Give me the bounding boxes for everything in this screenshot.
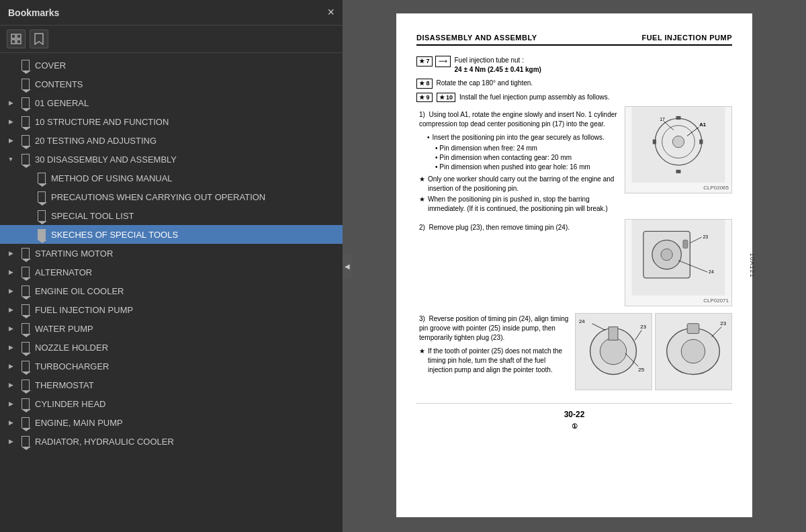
expand-btn-alternator[interactable] xyxy=(5,267,16,277)
svg-rect-2 xyxy=(11,40,15,44)
bookmark-item-fuel-injection-pump[interactable]: FUEL INJECTION PUMP xyxy=(0,300,343,319)
bookmark-item-radiator[interactable]: RADIATOR, HYDRAULIC COOLER xyxy=(0,432,343,451)
bookmark-item-precautions[interactable]: ▶ PRECAUTIONS WHEN CARRYING OUT OPERATIO… xyxy=(0,187,343,206)
bookmark-item-cover[interactable]: ▶ COVER xyxy=(0,56,343,75)
expand-btn-engine-oil-cooler[interactable] xyxy=(5,285,16,296)
expand-btn-30-disassembly[interactable] xyxy=(5,154,16,165)
bookmark-item-sketches[interactable]: ▶ SKECHES OF SPECIAL TOOLS xyxy=(0,225,343,244)
page-paper: 10A121 DISASSEMBLY AND ASSEMBLY FUEL INJ… xyxy=(396,13,752,517)
svg-rect-9 xyxy=(676,170,681,173)
sidebar-header: Bookmarks FUEL INJECTION PUMP × xyxy=(0,0,343,26)
svg-text:25: 25 xyxy=(638,367,644,373)
bookmark-label-starting-motor: STARTING MOTOR xyxy=(35,249,113,259)
bookmark-label-sketches: SKECHES OF SPECIAL TOOLS xyxy=(51,230,178,240)
page-circle: ① xyxy=(572,423,578,430)
doc-image-3: 24 25 23 CLP02072 xyxy=(575,313,652,390)
svg-rect-3 xyxy=(17,40,21,44)
svg-rect-8 xyxy=(676,116,681,120)
close-icon[interactable]: × xyxy=(327,5,334,19)
expand-btn-01-general[interactable] xyxy=(5,97,16,108)
svg-rect-11 xyxy=(653,140,656,144)
step-7-text: Fuel injection tube nut : 24 ± 4 Nm (2.4… xyxy=(455,56,541,75)
bookmark-item-engine-main-pump[interactable]: ENGINE, MAIN PUMP xyxy=(0,413,343,432)
svg-text:24: 24 xyxy=(579,318,585,324)
bookmark-icon-special-tool-list xyxy=(36,210,47,222)
bookmark-label-nozzle-holder: NOZZLE HOLDER xyxy=(35,343,108,353)
bookmark-item-30-disassembly[interactable]: 30 DISASSEMBLY AND ASSEMBLY xyxy=(0,150,343,169)
bookmark-tag-button[interactable] xyxy=(30,30,48,48)
bookmark-item-10-structure[interactable]: 10 STRUCTURE AND FUNCTION xyxy=(0,112,343,131)
expand-btn-radiator[interactable] xyxy=(5,436,16,447)
expand-btn-starting-motor[interactable] xyxy=(5,248,16,259)
bookmark-label-10-structure: 10 STRUCTURE AND FUNCTION xyxy=(35,117,169,127)
page-footer: 30-22 ① xyxy=(416,403,732,432)
svg-text:17: 17 xyxy=(660,117,665,122)
expand-btn-thermostat[interactable] xyxy=(5,380,16,390)
bookmark-item-water-pump[interactable]: WATER PUMP xyxy=(0,319,343,338)
side-label: 10A121 xyxy=(748,253,755,277)
expand-btn-engine-main-pump[interactable] xyxy=(5,417,16,428)
bookmark-label-water-pump: WATER PUMP xyxy=(35,324,93,334)
step-8-row: ★ 8 Rotate the cap 180° and tighten. xyxy=(416,79,732,89)
svg-text:23: 23 xyxy=(703,234,708,239)
install-text: Install the fuel injection pump assembly… xyxy=(459,93,609,102)
expand-btn-nozzle-holder[interactable] xyxy=(5,342,16,353)
step-10-badge: ★ 10 xyxy=(437,93,456,103)
bookmark-icon-engine-oil-cooler xyxy=(20,285,31,297)
img1-label: CLP02065 xyxy=(701,183,731,193)
svg-point-37 xyxy=(681,340,705,363)
collapse-handle[interactable]: ◀ xyxy=(343,254,352,278)
bookmark-item-alternator[interactable]: ALTERNATOR xyxy=(0,263,343,281)
bookmark-item-thermostat[interactable]: THERMOSTAT xyxy=(0,375,343,394)
svg-point-7 xyxy=(672,136,684,148)
bookmark-icon-01-general xyxy=(20,97,31,109)
doc-content: ★ 7 ⟿ Fuel injection tube nut : 24 ± 4 N… xyxy=(416,56,732,432)
step-9-10-row: ★ 9 ★ 10 Install the fuel injection pump… xyxy=(416,93,732,103)
expand-btn-20-testing[interactable] xyxy=(5,135,16,146)
expand-btn-water-pump[interactable] xyxy=(5,323,16,334)
bookmark-label-30-disassembly: 30 DISASSEMBLY AND ASSEMBLY xyxy=(35,154,177,165)
bookmark-item-20-testing[interactable]: 20 TESTING AND ADJUSTING xyxy=(0,131,343,150)
step-3-star: ★ If the tooth of pointer (25) does not … xyxy=(419,347,570,375)
svg-text:24: 24 xyxy=(709,269,714,274)
bookmark-label-radiator: RADIATOR, HYDRAULIC COOLER xyxy=(35,437,174,447)
bookmark-label-turbocharger: TURBOCHARGER xyxy=(35,361,109,371)
bookmark-item-engine-oil-cooler[interactable]: ENGINE OIL COOLER xyxy=(0,281,343,300)
bookmark-item-nozzle-holder[interactable]: NOZZLE HOLDER xyxy=(0,338,343,357)
bookmark-icon-radiator xyxy=(20,435,31,447)
svg-text:A1: A1 xyxy=(699,122,707,128)
page-header: DISASSEMBLY AND ASSEMBLY FUEL INJECTION … xyxy=(416,34,732,46)
expand-btn-fuel-injection-pump[interactable] xyxy=(5,304,16,315)
doc-image-4: 23 CLP02073 xyxy=(655,313,732,390)
expand-btn-cylinder-head[interactable] xyxy=(5,398,16,409)
bookmark-label-engine-main-pump: ENGINE, MAIN PUMP xyxy=(35,418,123,428)
step-7-badge: ★ 7 xyxy=(416,56,433,66)
bookmark-icon-fuel-injection-pump xyxy=(20,304,31,316)
expand-btn-10-structure[interactable] xyxy=(5,116,16,127)
bookmark-item-turbocharger[interactable]: TURBOCHARGER xyxy=(0,357,343,375)
bookmark-icon-turbocharger xyxy=(20,360,31,372)
expand-btn-turbocharger[interactable] xyxy=(5,361,16,371)
bookmark-icon-20-testing xyxy=(20,134,31,146)
page-container[interactable]: 10A121 DISASSEMBLY AND ASSEMBLY FUEL INJ… xyxy=(343,0,806,532)
bookmark-item-cylinder-head[interactable]: CYLINDER HEAD xyxy=(0,394,343,413)
bookmark-label-01-general: 01 GENERAL xyxy=(35,98,89,108)
bookmark-label-cylinder-head: CYLINDER HEAD xyxy=(35,399,105,409)
bookmark-item-method[interactable]: ▶ METHOD OF USING MANUAL xyxy=(0,169,343,187)
bookmark-label-thermostat: THERMOSTAT xyxy=(35,380,94,390)
svg-text:23: 23 xyxy=(720,320,726,326)
bookmark-item-starting-motor[interactable]: STARTING MOTOR xyxy=(0,244,343,263)
bookmark-item-contents[interactable]: ▶ CONTENTS xyxy=(0,75,343,93)
bookmark-icon-contents xyxy=(20,78,31,90)
step-2-section: 2) Remove plug (23), then remove timing … xyxy=(416,219,732,306)
bookmark-item-01-general[interactable]: 01 GENERAL xyxy=(0,93,343,112)
step-3-content: 3) Reverse position of timing pin (24), … xyxy=(416,310,570,393)
bookmark-item-special-tool-list[interactable]: ▶ SPECIAL TOOL LIST xyxy=(0,206,343,225)
bookmarks-list: ▶ COVER ▶ CONTENTS 01 GENERAL 10 STRUCTU… xyxy=(0,53,343,532)
grid-view-button[interactable] xyxy=(7,30,26,48)
bookmark-icon-method xyxy=(36,172,47,184)
svg-rect-38 xyxy=(687,324,699,334)
bookmark-label-contents: CONTENTS xyxy=(35,79,83,89)
bookmark-label-cover: COVER xyxy=(35,60,66,71)
svg-point-27 xyxy=(600,339,626,365)
